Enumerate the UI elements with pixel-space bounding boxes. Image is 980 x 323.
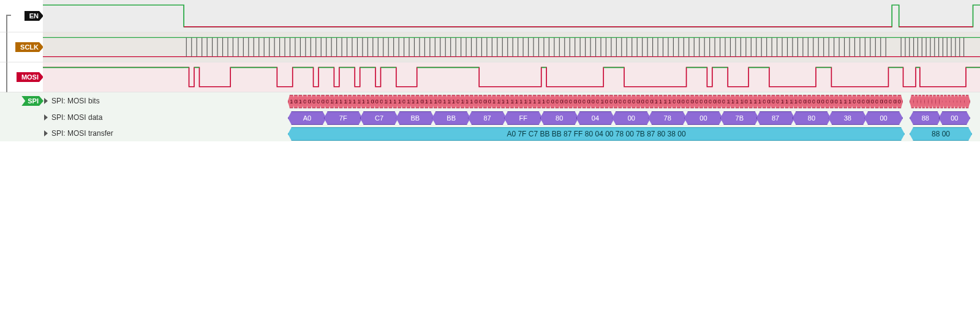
logic-analyzer-viewer: EN SCLK MOSI — [0, 0, 980, 141]
waveform-en[interactable] — [43, 0, 980, 32]
byte-bubble: FF — [504, 111, 543, 125]
byte-bubble: 00 — [939, 111, 971, 125]
byte-bubble: 7B — [720, 111, 759, 125]
byte-bubble: BB — [432, 111, 470, 125]
byte-bubble: 87 — [756, 111, 795, 125]
signal-label-en[interactable]: EN — [24, 11, 43, 21]
byte-bubble: 80 — [793, 111, 831, 125]
decoder-header-row: SPI SPI: MOSI bits 101000000111111111000… — [0, 92, 980, 110]
byte-bubble: A0 — [288, 111, 326, 125]
byte-bubble: 00 — [684, 111, 723, 125]
waveform-sclk[interactable] — [43, 32, 980, 62]
transfer-bubble: 88 00 — [910, 127, 972, 141]
decoder-data-track[interactable]: A07FC7BBBB87FF80040078007B878038008800 — [165, 111, 980, 124]
signal-row-sclk: SCLK — [0, 32, 980, 62]
signal-row-mosi: MOSI — [0, 62, 980, 92]
decoder-data-row: SPI: MOSI data A07FC7BBBB87FF80040078007… — [0, 110, 980, 125]
transfer-bubble: A0 7F C7 BB BB 87 FF 80 04 00 78 00 7B 8… — [288, 127, 905, 141]
expand-icon[interactable] — [44, 130, 48, 136]
expand-icon[interactable] — [44, 114, 48, 121]
decoder-transfer-track[interactable]: A0 7F C7 BB BB 87 FF 80 04 00 78 00 7B 8… — [165, 127, 980, 140]
decoder-label-spi[interactable]: SPI — [21, 96, 43, 106]
decoder-row-transfer-label: SPI: MOSI transfer — [51, 129, 113, 138]
decoder-bits-track[interactable]: 1010000001111111110001111011101110111011… — [165, 94, 980, 108]
byte-bubble: 00 — [864, 111, 903, 125]
byte-bubble: 7F — [324, 111, 363, 125]
byte-bubble: 00 — [612, 111, 650, 125]
byte-bubble: BB — [396, 111, 434, 125]
signal-row-en: EN — [0, 0, 980, 32]
byte-bubble: 04 — [576, 111, 615, 125]
decoder-row-bits-label: SPI: MOSI bits — [51, 97, 100, 105]
byte-bubble: 38 — [828, 111, 867, 125]
decoder-transfer-row: SPI: MOSI transfer A0 7F C7 BB BB 87 FF … — [0, 125, 980, 141]
byte-bubble: 80 — [540, 111, 579, 125]
signal-label-mosi[interactable]: MOSI — [17, 72, 43, 82]
decoder-row-data-label: SPI: MOSI data — [51, 113, 102, 122]
byte-bubble: 87 — [468, 111, 507, 125]
byte-bubble: C7 — [360, 111, 399, 125]
waveform-mosi[interactable] — [43, 62, 980, 92]
byte-bubble: 88 — [910, 111, 941, 125]
signal-label-sclk[interactable]: SCLK — [15, 42, 43, 52]
byte-bubble: 78 — [648, 111, 687, 125]
expand-icon[interactable] — [44, 98, 48, 104]
